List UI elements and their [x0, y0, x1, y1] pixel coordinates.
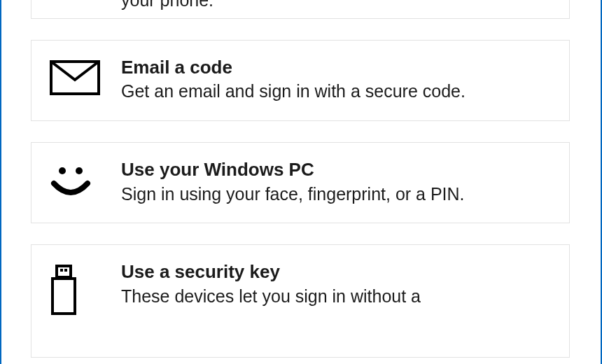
option-description: Get an email and sign in with a secure c…: [121, 80, 551, 104]
option-title: Email a code: [121, 56, 551, 79]
option-description: Sign in using your face, fingerprint, or…: [121, 183, 551, 206]
option-text: Email a code Get an email and sign in wi…: [102, 56, 551, 104]
usb-key-icon: [50, 265, 102, 315]
option-text: Use a security key These devices let you…: [102, 260, 551, 308]
svg-rect-5: [64, 269, 67, 272]
option-description-fragment: your phone.: [50, 0, 214, 13]
option-description: These devices let you sign in without a: [121, 285, 551, 309]
dialog-frame: your phone. Email a code Get an email an…: [0, 0, 602, 364]
option-card-security-key[interactable]: Use a security key These devices let you…: [31, 244, 570, 358]
mail-icon: [50, 60, 102, 95]
svg-point-1: [59, 167, 66, 174]
option-title: Use your Windows PC: [121, 158, 551, 181]
option-text: Use your Windows PC Sign in using your f…: [102, 158, 551, 206]
svg-rect-4: [60, 269, 63, 272]
signin-options-list: your phone. Email a code Get an email an…: [31, 0, 570, 358]
option-title: Use a security key: [121, 260, 551, 284]
svg-rect-3: [57, 266, 71, 277]
svg-rect-6: [52, 279, 75, 314]
option-card-email-code[interactable]: Email a code Get an email and sign in wi…: [31, 40, 570, 121]
svg-point-2: [76, 167, 83, 174]
smile-icon: [50, 162, 102, 202]
option-card-windows-pc[interactable]: Use your Windows PC Sign in using your f…: [31, 142, 570, 223]
option-card-text-phone[interactable]: your phone.: [31, 0, 570, 19]
